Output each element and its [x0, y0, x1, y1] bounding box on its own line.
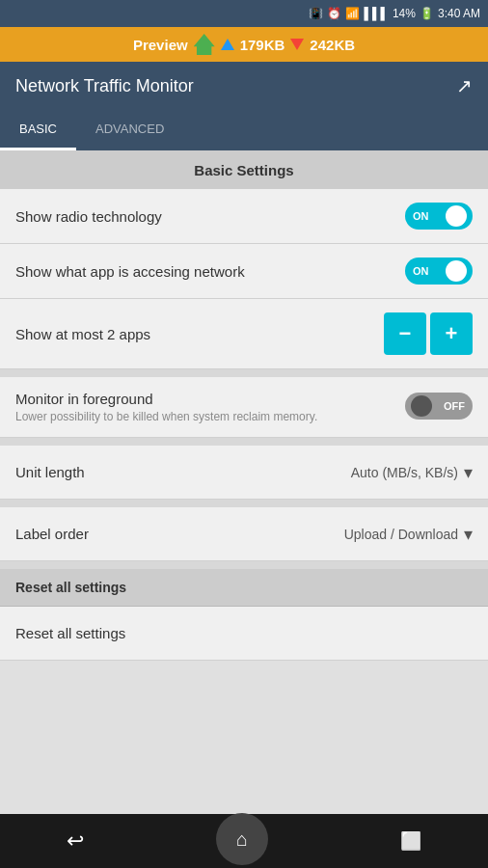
preview-banner: Preview 179KB 242KB	[0, 27, 488, 62]
show-app-access-row: Show what app is accesing network	[0, 244, 488, 299]
tab-basic[interactable]: BASIC	[0, 110, 76, 150]
separator-3	[0, 500, 488, 507]
unit-length-dropdown[interactable]: Auto (MB/s, KB/s) ▾	[351, 462, 473, 483]
alarm-icon: ⏰	[327, 7, 341, 20]
show-at-most-label: Show at most 2 apps	[15, 326, 150, 342]
status-bar: 📳 ⏰ 📶 ▌▌▌ 14% 🔋 3:40 AM	[0, 0, 488, 27]
separator-2	[0, 438, 488, 446]
counter-controls: − +	[384, 312, 473, 355]
label-order-chevron-icon: ▾	[464, 524, 473, 545]
unit-length-value: Auto (MB/s, KB/s)	[351, 465, 458, 480]
show-app-access-label: Show what app is accesing network	[15, 263, 245, 280]
download-arrow-icon	[290, 39, 304, 50]
battery-indicator: 14%	[393, 7, 416, 20]
monitor-foreground-toggle[interactable]	[405, 393, 473, 420]
monitor-foreground-label-block: Monitor in foreground Lower possibility …	[15, 391, 405, 423]
label-order-row: Label order Upload / Download ▾	[0, 507, 488, 561]
house-icon	[194, 34, 215, 55]
label-order-dropdown[interactable]: Upload / Download ▾	[344, 524, 473, 545]
settings-content: Show radio technology Show what app is a…	[0, 189, 488, 661]
bottom-nav: ↩ ⌂ ⬜	[0, 814, 488, 868]
vibrate-icon: 📳	[309, 7, 323, 20]
show-radio-tech-toggle[interactable]	[405, 203, 473, 230]
monitor-foreground-row: Monitor in foreground Lower possibility …	[0, 377, 488, 438]
tabs-bar: BASIC ADVANCED	[0, 110, 488, 150]
show-app-access-toggle[interactable]	[405, 258, 473, 285]
status-time: 3:40 AM	[438, 7, 480, 20]
monitor-foreground-sublabel: Lower possibility to be killed when syst…	[15, 410, 395, 423]
section-header: Basic Settings	[0, 150, 488, 189]
home-icon: ⌂	[236, 828, 248, 851]
increment-button[interactable]: +	[430, 312, 473, 355]
show-at-most-row: Show at most 2 apps − +	[0, 299, 488, 369]
back-button[interactable]: ↩	[67, 828, 84, 854]
decrement-button[interactable]: −	[384, 312, 426, 355]
toggle-knob-off	[411, 395, 432, 417]
show-radio-tech-row: Show radio technology	[0, 189, 488, 244]
preview-label: Preview	[133, 37, 188, 53]
toggle-knob-2	[446, 260, 467, 282]
upload-size: 179KB	[240, 37, 285, 53]
label-order-value: Upload / Download	[344, 527, 458, 542]
reset-all-settings-label: Reset all settings	[15, 625, 125, 641]
unit-length-row: Unit length Auto (MB/s, KB/s) ▾	[0, 446, 488, 500]
battery-icon: 🔋	[420, 7, 434, 20]
reset-group-header: Reset all settings	[0, 569, 488, 607]
tab-advanced[interactable]: ADVANCED	[76, 110, 183, 150]
reset-group-header-text: Reset all settings	[15, 580, 126, 595]
show-radio-tech-label: Show radio technology	[15, 208, 162, 225]
app-header: Network Traffic Monitor ↗	[0, 62, 488, 110]
home-button[interactable]: ⌂	[216, 813, 268, 865]
section-title: Basic Settings	[194, 162, 293, 178]
unit-length-chevron-icon: ▾	[464, 462, 473, 483]
upload-arrow-icon	[221, 39, 234, 50]
app-title: Network Traffic Monitor	[15, 76, 194, 96]
wifi-icon: 📶	[345, 7, 360, 20]
monitor-foreground-label: Monitor in foreground	[15, 391, 395, 407]
separator-1	[0, 369, 488, 377]
signal-icon: ▌▌▌	[364, 7, 389, 20]
reset-all-settings-row[interactable]: Reset all settings	[0, 607, 488, 661]
toggle-knob	[446, 205, 467, 227]
recents-button[interactable]: ⬜	[400, 830, 421, 852]
separator-4	[0, 561, 488, 569]
download-size: 242KB	[310, 37, 355, 53]
unit-length-label: Unit length	[15, 464, 85, 480]
share-icon[interactable]: ↗	[456, 74, 473, 97]
label-order-label: Label order	[15, 526, 89, 542]
